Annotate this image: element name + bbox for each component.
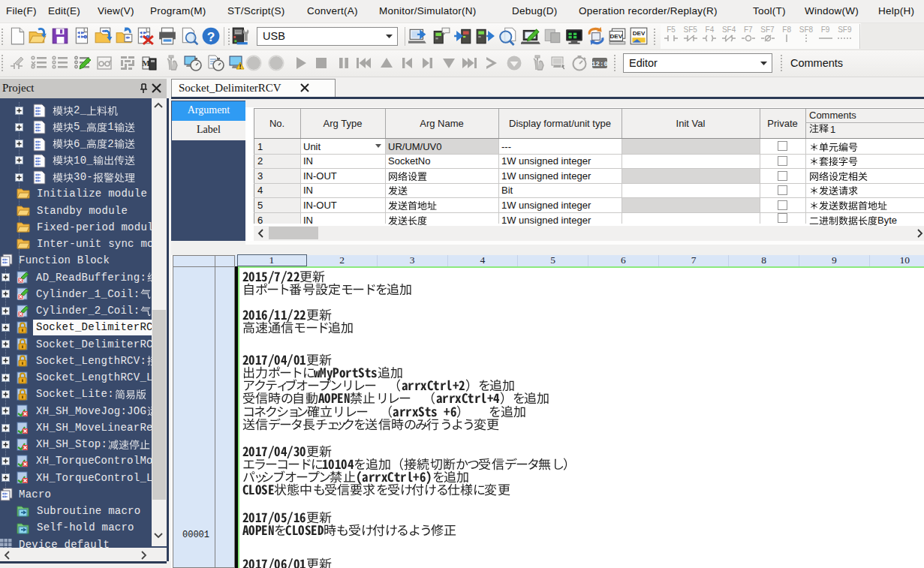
svg-text:DEV: DEV — [609, 33, 622, 40]
svg-text:12:0: 12:0 — [591, 61, 608, 68]
svg-text:?: ? — [207, 29, 215, 44]
svg-text:DEV: DEV — [633, 30, 646, 37]
